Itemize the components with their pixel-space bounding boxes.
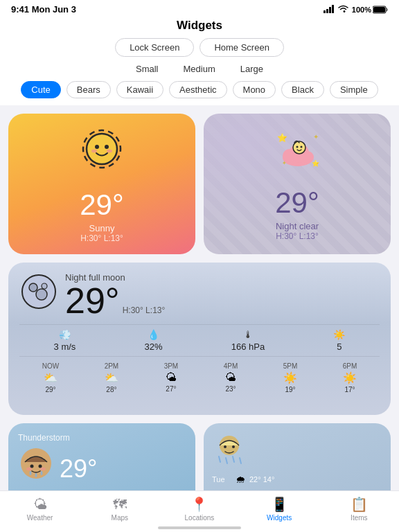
moon-stat-wind: 💨 3 m/s xyxy=(54,329,76,352)
moon-top-section: Night full moon 29° H:30° L:13° xyxy=(19,272,380,319)
svg-point-9 xyxy=(105,145,109,149)
rain-character-icon xyxy=(212,432,382,471)
moon-stats: 💨 3 m/s 💧 32% 🌡 166 hPa ☀️ 5 xyxy=(19,324,380,357)
svg-point-22 xyxy=(300,146,302,148)
style-kawaii[interactable]: Kawaii xyxy=(116,81,163,98)
weather-nav-label: Weather xyxy=(27,514,53,522)
sun-character-icon xyxy=(78,125,126,183)
humidity-icon: 💧 xyxy=(145,329,163,340)
nav-locations[interactable]: 📍 Locations xyxy=(180,496,218,522)
moon-temp-area: Night full moon 29° H:30° L:13° xyxy=(65,272,380,319)
widget-sunny-temp: 29° xyxy=(80,188,124,222)
pressure-icon: 🌡 xyxy=(231,329,265,340)
svg-point-24 xyxy=(29,283,37,292)
thunder-condition-label: Thunderstorm xyxy=(18,433,186,443)
widget-night-temp: 29° xyxy=(275,186,319,220)
svg-point-34 xyxy=(40,468,46,471)
cloud-star-icon: ⭐ ✦ ✦ ⭐ xyxy=(272,127,323,181)
svg-rect-5 xyxy=(373,7,385,12)
svg-rect-1 xyxy=(326,9,328,13)
hour-now: NOW ⛅ 29° xyxy=(42,362,59,393)
widget-night-clear[interactable]: ⭐ ✦ ✦ ⭐ 29° Night clear H:30° L:13° xyxy=(204,114,391,254)
home-indicator xyxy=(158,526,241,529)
svg-point-6 xyxy=(87,134,117,164)
status-icons: 100% xyxy=(323,5,388,15)
thunder-temp: 29° xyxy=(60,454,97,484)
svg-point-8 xyxy=(95,145,99,149)
widgets-nav-label: Widgets xyxy=(267,514,292,522)
size-toggle: Small Medium Large xyxy=(0,62,399,76)
svg-point-25 xyxy=(36,289,47,300)
svg-point-30 xyxy=(30,471,32,475)
uv-value: 5 xyxy=(333,342,345,352)
style-simple[interactable]: Simple xyxy=(330,81,378,98)
svg-text:✦: ✦ xyxy=(282,160,287,166)
wind-value: 3 m/s xyxy=(54,342,76,352)
lock-screen-toggle[interactable]: Lock Screen xyxy=(115,38,194,57)
style-black[interactable]: Black xyxy=(281,81,324,98)
hour-4pm: 4PM 🌤 23° xyxy=(224,362,238,393)
svg-text:✦: ✦ xyxy=(313,133,319,141)
items-nav-icon: 📋 xyxy=(351,496,368,513)
locations-nav-label: Locations xyxy=(185,514,215,522)
widget-sunny[interactable]: 29° Sunny H:30° L:13° xyxy=(8,114,195,254)
svg-point-31 xyxy=(35,473,37,477)
items-nav-label: Items xyxy=(351,514,367,522)
rain-row-tue: Tue 🌧 22° 14° xyxy=(212,474,382,485)
maps-nav-label: Maps xyxy=(112,514,128,522)
style-mono[interactable]: Mono xyxy=(233,81,276,98)
svg-line-41 xyxy=(240,458,241,463)
widget-night-hl: H:30° L:13° xyxy=(276,231,319,241)
svg-point-11 xyxy=(107,150,112,153)
size-medium[interactable]: Medium xyxy=(178,62,221,76)
maps-nav-icon: 🗺 xyxy=(113,497,127,513)
pressure-value: 166 hPa xyxy=(231,342,265,352)
svg-point-10 xyxy=(91,150,97,153)
svg-rect-2 xyxy=(329,7,331,13)
widget-sunny-condition: Sunny xyxy=(89,223,115,233)
style-tags: Cute Bears Kawaii Aesthetic Mono Black S… xyxy=(0,81,399,98)
moon-temp: 29° xyxy=(65,283,120,319)
home-screen-toggle[interactable]: Home Screen xyxy=(200,38,283,57)
uv-icon: ☀️ xyxy=(333,329,345,340)
moon-stat-pressure: 🌡 166 hPa xyxy=(231,329,265,352)
nav-weather[interactable]: 🌤 Weather xyxy=(21,497,59,522)
locations-nav-icon: 📍 xyxy=(190,496,208,513)
nav-maps[interactable]: 🗺 Maps xyxy=(100,497,139,522)
svg-point-21 xyxy=(296,146,298,148)
status-bar: 9:41 Mon Jun 3 100% xyxy=(0,0,399,16)
battery-icon: 100% xyxy=(352,6,388,14)
humidity-value: 32% xyxy=(145,342,163,352)
svg-point-33 xyxy=(26,468,32,471)
weather-nav-icon: 🌤 xyxy=(33,497,47,513)
svg-line-40 xyxy=(233,456,234,462)
widget-rain-forecast[interactable]: Tue 🌧 22° 14° Wed 🌧 24° 16° xyxy=(204,423,391,493)
thunder-character-icon xyxy=(18,445,54,489)
hour-2pm: 2PM ⛅ 28° xyxy=(105,362,119,393)
hour-3pm: 3PM 🌤 27° xyxy=(164,362,179,393)
hour-5pm: 5PM ☀️ 19° xyxy=(283,362,298,393)
style-aesthetic[interactable]: Aesthetic xyxy=(169,81,227,98)
moon-hl: H:30° L:13° xyxy=(123,305,166,315)
style-cute[interactable]: Cute xyxy=(21,81,60,98)
nav-items[interactable]: 📋 Items xyxy=(340,496,378,522)
widgets-nav-icon: 📱 xyxy=(271,496,288,513)
svg-point-29 xyxy=(39,465,42,468)
svg-point-37 xyxy=(232,445,235,448)
style-bears[interactable]: Bears xyxy=(66,81,111,98)
bottom-nav: 🌤 Weather 🗺 Maps 📍 Locations 📱 Widgets 📋… xyxy=(0,490,399,532)
svg-point-26 xyxy=(42,283,47,289)
status-time: 9:41 Mon Jun 3 xyxy=(11,4,76,15)
widget-night-moon[interactable]: Night full moon 29° H:30° L:13° 💨 3 m/s … xyxy=(8,263,391,415)
nav-widgets[interactable]: 📱 Widgets xyxy=(260,496,299,522)
main-scroll[interactable]: 29° Sunny H:30° L:13° ⭐ ✦ ✦ ⭐ xyxy=(0,105,399,493)
svg-rect-3 xyxy=(332,5,334,13)
size-large[interactable]: Large xyxy=(235,62,269,76)
header: Widgets Lock Screen Home Screen Small Me… xyxy=(0,16,399,105)
svg-point-28 xyxy=(30,465,34,468)
page-title: Widgets xyxy=(0,19,399,33)
svg-point-32 xyxy=(41,471,43,475)
rain-icon-tue: 🌧 xyxy=(236,474,245,485)
widget-thunderstorm[interactable]: Thunderstorm xyxy=(8,423,195,493)
size-small[interactable]: Small xyxy=(130,62,164,76)
